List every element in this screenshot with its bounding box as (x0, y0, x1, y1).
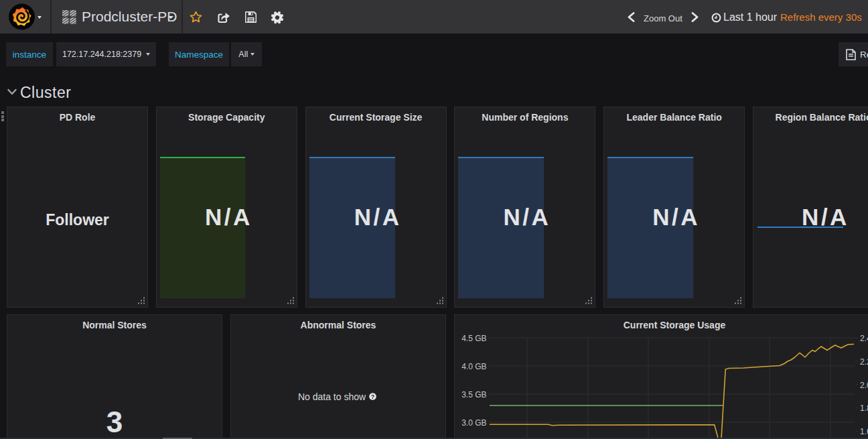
svg-text:?: ? (370, 393, 374, 400)
